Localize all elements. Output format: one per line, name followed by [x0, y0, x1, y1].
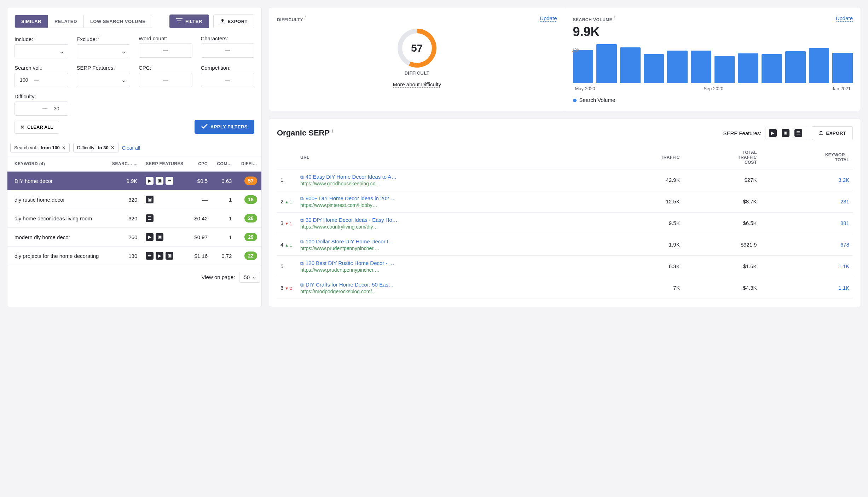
image-icon: ▣ [146, 196, 154, 203]
keyword-filter-panel: SIMILAR RELATED LOW SEARCH VOLUME FILTER… [7, 7, 262, 307]
serp-row[interactable]: 3▼ 1 ⧉30 DIY Home Decor Ideas - Easy Ho…… [277, 212, 853, 234]
filter-button[interactable]: FILTER [169, 15, 209, 28]
traffic-cell: 9.5K [606, 212, 683, 234]
external-link-icon[interactable]: ⧉ [300, 239, 303, 244]
difficulty-input[interactable]: —30 [15, 102, 68, 116]
url-cell[interactable]: ⧉40 Easy DIY Home Decor Ideas to A…https… [297, 169, 606, 191]
cost-cell: $6.5K [683, 212, 760, 234]
col-search[interactable]: SEARC… ⌄ [106, 156, 141, 172]
serp-row[interactable]: 5 ⧉120 Best DIY Rustic Home Decor - …htt… [277, 255, 853, 277]
difficulty-title: DIFFICULTY [277, 17, 303, 22]
kwtotal-cell[interactable]: 231 [760, 191, 853, 212]
url-cell[interactable]: ⧉30 DIY Home Decor Ideas - Easy Ho…https… [297, 212, 606, 234]
col-keyword[interactable]: KEYWORD (4) [7, 156, 106, 172]
competition-label: Competition: [201, 65, 255, 71]
video-icon: ▶ [146, 233, 154, 241]
tab-similar[interactable]: SIMILAR [15, 15, 48, 28]
wordcount-input[interactable]: — [139, 44, 192, 58]
more-about-difficulty-link[interactable]: More about Difficulty [393, 81, 441, 88]
cpc-cell: $0.5 [189, 172, 212, 190]
url-cell[interactable]: ⧉900+ DIY Home Decor ideas in 202…https:… [297, 191, 606, 212]
volume-bar [691, 51, 711, 83]
col-kw[interactable]: KEYWOR… TOTAL [760, 146, 853, 169]
cpc-cell: $1.16 [189, 247, 212, 265]
url-cell[interactable]: ⧉DIY Crafts for Home Decor: 50 Eas…https… [297, 277, 606, 299]
external-link-icon[interactable]: ⧉ [300, 174, 303, 180]
filter-chip[interactable]: Search vol.: from 100 ✕ [10, 143, 70, 152]
cost-cell: $8.7K [683, 191, 760, 212]
remove-chip-icon[interactable]: ✕ [111, 145, 115, 150]
apply-label: APPLY FILTERS [210, 124, 248, 129]
kwtotal-cell[interactable]: 1.1K [760, 277, 853, 299]
active-filter-chips: Search vol.: from 100 ✕Difficulty: to 30… [7, 139, 261, 156]
traffic-cell: 42.9K [606, 169, 683, 191]
clear-all-chips-link[interactable]: Clear all [122, 145, 140, 151]
competition-input[interactable]: — [201, 73, 255, 87]
kwtotal-cell[interactable]: 1.1K [760, 255, 853, 277]
clear-all-button[interactable]: ✕ CLEAR ALL [15, 121, 59, 134]
volume-title: SEARCH VOLUME [573, 17, 613, 22]
traffic-cell: 12.5K [606, 191, 683, 212]
tab-low-search-volume[interactable]: LOW SEARCH VOLUME [83, 15, 152, 28]
url-cell[interactable]: ⧉120 Best DIY Rustic Home Decor - …https… [297, 255, 606, 277]
serp-export-button[interactable]: EXPORT [812, 126, 853, 140]
cpc-cell: — [189, 190, 212, 209]
serp-row[interactable]: 2▲ 1 ⧉900+ DIY Home Decor ideas in 202…h… [277, 191, 853, 212]
close-icon: ✕ [21, 125, 24, 130]
volume-bar [785, 51, 806, 83]
search-cell: 320 [106, 209, 141, 228]
page-size-select[interactable]: 50 [239, 272, 260, 283]
external-link-icon[interactable]: ⧉ [300, 196, 303, 201]
upload-icon [220, 18, 225, 24]
searchvol-label: Search vol.: [15, 65, 68, 71]
include-select[interactable] [15, 44, 68, 58]
kwtotal-cell[interactable]: 3.2K [760, 169, 853, 191]
comp-cell: 1 [212, 228, 236, 247]
export-button[interactable]: EXPORT [213, 15, 254, 28]
external-link-icon[interactable]: ⧉ [300, 218, 303, 223]
difficulty-update-link[interactable]: Update [540, 15, 557, 22]
volume-bar [620, 47, 641, 83]
kwtotal-cell[interactable]: 881 [760, 212, 853, 234]
col-cost[interactable]: TOTAL TRAFFIC COST [683, 146, 760, 169]
col-serp[interactable]: SERP FEATURES [141, 156, 189, 172]
list-icon: ☰ [146, 214, 154, 222]
keyword-table: KEYWORD (4) SEARC… ⌄ SERP FEATURES CPC C… [7, 156, 261, 265]
keyword-row[interactable]: diy rustic home decor 320 ▣ — 1 18 [7, 190, 261, 209]
col-traffic[interactable]: TRAFFIC [606, 146, 683, 169]
col-url[interactable]: URL [297, 146, 606, 169]
characters-input[interactable]: — [201, 44, 255, 58]
rank-cell: 6▼ 2 [277, 277, 297, 299]
difficulty-gauge: 57 [398, 29, 436, 68]
ytick-label: 10k [572, 48, 579, 53]
exclude-select[interactable] [77, 44, 131, 58]
keyword-row[interactable]: DIY home decor 9.9K ▶▣☰ $0.5 0.63 57 [7, 172, 261, 190]
serpfeat-select[interactable] [77, 73, 131, 87]
url-cell[interactable]: ⧉100 Dollar Store DIY Home Decor I…https… [297, 234, 606, 255]
kw-cell: diy rustic home decor [7, 190, 106, 209]
serp-row[interactable]: 1 ⧉40 Easy DIY Home Decor Ideas to A…htt… [277, 169, 853, 191]
kwtotal-cell[interactable]: 678 [760, 234, 853, 255]
comp-cell: 1 [212, 190, 236, 209]
volume-update-link[interactable]: Update [836, 15, 853, 22]
diff-cell: 18 [236, 190, 261, 209]
keyword-row[interactable]: modern diy home decor 260 ▶▣ $0.97 1 29 [7, 228, 261, 247]
serp-row[interactable]: 4▲ 1 ⧉100 Dollar Store DIY Home Decor I…… [277, 234, 853, 255]
searchvol-input[interactable]: 100— [15, 73, 68, 87]
tab-related[interactable]: RELATED [48, 15, 83, 28]
external-link-icon[interactable]: ⧉ [300, 282, 303, 288]
cpc-input[interactable]: — [139, 73, 192, 87]
col-comp[interactable]: COM… [212, 156, 236, 172]
col-diff[interactable]: DIFFI… [236, 156, 261, 172]
col-cpc[interactable]: CPC [189, 156, 212, 172]
upload-icon [818, 130, 823, 136]
remove-chip-icon[interactable]: ✕ [62, 145, 66, 150]
volume-bar [762, 54, 782, 83]
apply-filters-button[interactable]: APPLY FILTERS [195, 120, 254, 134]
external-link-icon[interactable]: ⧉ [300, 261, 303, 266]
volume-card: SEARCH VOLUMEi Update 9.9K 10k May 2020 … [565, 7, 861, 111]
keyword-row[interactable]: diy projects for the home decorating 130… [7, 247, 261, 265]
keyword-row[interactable]: diy home decor ideas living room 320 ☰ $… [7, 209, 261, 228]
filter-chip[interactable]: Difficulty: to 30 ✕ [73, 143, 118, 152]
serp-row[interactable]: 6▼ 2 ⧉DIY Crafts for Home Decor: 50 Eas…… [277, 277, 853, 299]
